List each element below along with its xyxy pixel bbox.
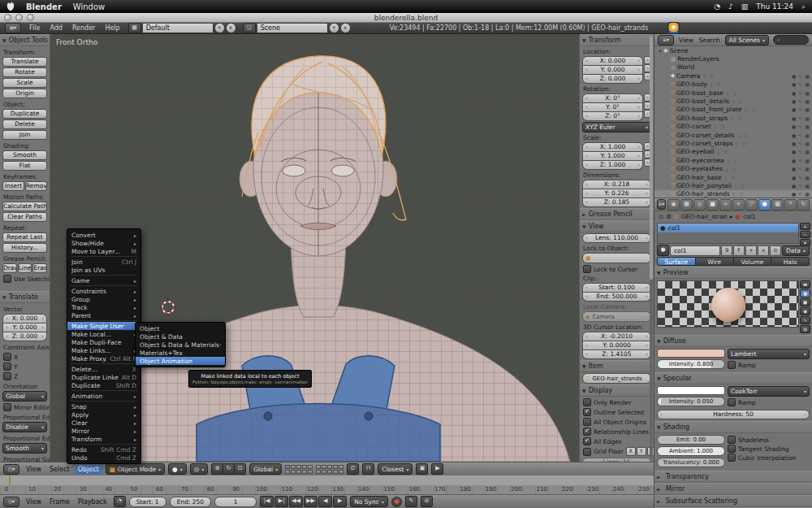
grid-axis-x[interactable]: X bbox=[626, 447, 636, 456]
timeline-menu-frame[interactable]: Frame bbox=[46, 497, 73, 506]
selectable-icon[interactable]: ↖ bbox=[798, 141, 802, 146]
manipulator-scale-icon[interactable]: ⊡ bbox=[235, 463, 246, 475]
mac-window-menu[interactable]: Window bbox=[73, 2, 105, 11]
properties-tab-particles[interactable]: * bbox=[784, 199, 797, 211]
location-field[interactable]: X: 0.000 bbox=[582, 56, 643, 66]
row-restrict-toggles[interactable]: ●↖▦ bbox=[792, 90, 810, 96]
menu-item-make-links-[interactable]: Make Links...▸ bbox=[67, 346, 140, 354]
expander-icon[interactable]: · bbox=[664, 115, 671, 121]
constraint-axis-x[interactable]: X bbox=[3, 353, 46, 361]
scene-selector[interactable]: ◲ Scene + x bbox=[243, 23, 351, 33]
row-restrict-toggles[interactable]: ●↖▦ bbox=[792, 158, 810, 163]
menu-add[interactable]: Add bbox=[48, 24, 64, 32]
specular-color-swatch[interactable] bbox=[657, 386, 725, 395]
clock-icon[interactable]: ◔ bbox=[714, 2, 720, 11]
expander-icon[interactable]: · bbox=[664, 98, 671, 104]
diffuse-shader-dropdown[interactable]: Lambert▾ bbox=[728, 349, 810, 359]
use-sketching-checkbox[interactable]: Use Sketching S bbox=[3, 275, 46, 283]
location-field[interactable]: Z: 0.000 bbox=[582, 75, 643, 84]
properties-tab-render[interactable]: ◉ bbox=[667, 199, 680, 211]
new-material-button[interactable]: + bbox=[745, 245, 757, 256]
scene-add-button[interactable]: + bbox=[329, 23, 339, 33]
expander-icon[interactable]: · bbox=[664, 166, 671, 172]
visibility-eye-icon[interactable]: ● bbox=[792, 115, 796, 121]
translate-panel-header[interactable]: ▼Translate bbox=[0, 291, 50, 303]
play-reverse-button[interactable]: ◀ bbox=[318, 496, 332, 507]
selectable-icon[interactable]: ↖ bbox=[798, 73, 802, 79]
panel-header-mirror[interactable]: ►Mirror bbox=[654, 483, 812, 495]
shading-slider[interactable]: Ambient: 1.000 bbox=[657, 446, 725, 456]
layer-toggle[interactable] bbox=[316, 465, 321, 469]
shading-cubic-interpolation[interactable]: Cubic Interpolation bbox=[728, 454, 810, 462]
properties-tab-modifiers[interactable]: + bbox=[732, 199, 745, 211]
transform-panel-header[interactable]: ▼Transform bbox=[580, 34, 654, 46]
preview-hair-button[interactable]: ∿ bbox=[800, 316, 810, 324]
menu-item-animation[interactable]: Animation▸ bbox=[67, 392, 140, 400]
display-outline-selected[interactable]: ✓Outline Selected bbox=[583, 408, 650, 416]
renderable-icon[interactable]: ▦ bbox=[805, 90, 810, 96]
users-count-button[interactable]: 9 bbox=[721, 245, 732, 256]
renderable-icon[interactable]: ▦ bbox=[805, 149, 810, 154]
outliner-row-geo-corset-details[interactable]: ·▽GEO-corset_details| ▽●↖▦ bbox=[654, 131, 812, 139]
menu-item-convert[interactable]: Convert▸ bbox=[67, 231, 140, 239]
object-tools-panel-header[interactable]: ▼ Object Tools bbox=[0, 34, 50, 46]
outliner-row-geo-corset-straps[interactable]: ·▽GEO-corset_straps| ▽●↖▦ bbox=[654, 139, 812, 147]
menu-item-apply[interactable]: Apply▸ bbox=[67, 410, 140, 419]
snap-element-dropdown[interactable]: Closest▾ bbox=[378, 463, 412, 475]
menu-item-track[interactable]: Track▸ bbox=[67, 303, 140, 311]
tool-button-scale[interactable]: Scale bbox=[2, 78, 47, 88]
renderable-icon[interactable]: ▦ bbox=[805, 132, 810, 138]
material-type-volume[interactable]: Volume bbox=[734, 257, 772, 266]
preview-panel-header[interactable]: ▼Preview bbox=[654, 267, 812, 279]
timeline-menu-playback[interactable]: Playback bbox=[75, 497, 110, 506]
menu-item-undo[interactable]: UndoCmd Z bbox=[67, 454, 140, 462]
specular-ramp-checkbox[interactable]: Ramp bbox=[728, 398, 810, 406]
mirror-editing-checkbox[interactable]: Mirror Editing bbox=[3, 403, 46, 411]
layer-toggle[interactable] bbox=[322, 465, 326, 469]
menu-item-make-local-[interactable]: Make Local...▸ bbox=[67, 330, 140, 338]
panel-header-subsurface-scattering[interactable]: ►Subsurface Scattering bbox=[654, 495, 812, 507]
display-all-edges[interactable]: ✓All Edges bbox=[583, 437, 650, 445]
tool-button-insert[interactable]: Insert bbox=[2, 181, 24, 191]
menu-item-move-to-layer-[interactable]: Move to Layer...M bbox=[67, 247, 140, 255]
mac-app-menu[interactable]: Blender bbox=[26, 2, 62, 11]
outliner-row-geo-eyelashes[interactable]: ·▽GEO-eyelashes| ▽●↖▦ bbox=[654, 164, 812, 172]
shading-shadeless[interactable]: Shadeless bbox=[728, 436, 810, 444]
cursor-field[interactable]: Y: 0.0000 bbox=[582, 341, 651, 350]
preview-flat-button[interactable]: ▬ bbox=[800, 280, 810, 289]
layer-toggle[interactable] bbox=[296, 465, 301, 469]
orientation-dropdown[interactable]: Global▾ bbox=[2, 391, 47, 402]
menu-item-duplicate-linked[interactable]: Duplicate LinkedAlt D bbox=[67, 373, 140, 381]
transform-orientation-dropdown[interactable]: Global▾ bbox=[249, 463, 282, 475]
manipulator-rotate-icon[interactable]: ↻ bbox=[223, 463, 235, 475]
tool-button-origin[interactable]: Origin bbox=[2, 89, 47, 98]
layer-buttons[interactable] bbox=[285, 465, 343, 474]
properties-tab-world[interactable]: ◎ bbox=[693, 199, 706, 211]
row-restrict-toggles[interactable]: ●↖▦ bbox=[792, 132, 810, 138]
expander-icon[interactable]: · bbox=[664, 90, 671, 96]
selectable-icon[interactable]: ↖ bbox=[798, 175, 802, 180]
menu-item-make-single-user[interactable]: Make Single User▸ bbox=[67, 322, 140, 330]
specular-panel-header[interactable]: ▼Specular bbox=[654, 372, 812, 384]
visibility-eye-icon[interactable]: ● bbox=[792, 141, 796, 146]
visibility-eye-icon[interactable]: ● bbox=[792, 73, 796, 79]
unlink-material-button[interactable]: x bbox=[758, 245, 769, 256]
layer-toggle[interactable] bbox=[285, 470, 290, 474]
layer-toggle[interactable] bbox=[302, 465, 307, 469]
timeline-menu-view[interactable]: View bbox=[23, 497, 45, 506]
outliner-row-geo-boot-details[interactable]: ·▽GEO-boot_details| ▽●↖▦ bbox=[654, 97, 812, 105]
proportional-falloff-dropdown[interactable]: Smooth▾ bbox=[2, 443, 47, 454]
scale-field[interactable]: Y: 1.000 bbox=[582, 152, 643, 161]
outliner-row-geo-boot-front-plate[interactable]: ·▽GEO-boot_front_plate| ▽●↖▦ bbox=[654, 106, 812, 114]
submenu-item-object[interactable]: Object bbox=[136, 324, 225, 332]
properties-tab-object[interactable]: ■ bbox=[706, 199, 719, 211]
pin-id-button[interactable]: ⊙ bbox=[770, 245, 781, 256]
visibility-eye-icon[interactable]: ● bbox=[792, 183, 796, 189]
viewport-menu-object[interactable]: Object bbox=[75, 465, 102, 474]
local-camera-field[interactable]: ◆Camera bbox=[582, 311, 651, 322]
tool-button-flat[interactable]: Flat bbox=[2, 161, 47, 171]
outliner-row-renderlayers[interactable]: ·▤RenderLayers bbox=[654, 54, 812, 63]
editor-type-icon[interactable]: ≡▾ bbox=[657, 199, 666, 210]
expander-icon[interactable]: · bbox=[664, 124, 671, 129]
menu-item-show-hide[interactable]: Show/Hide▸ bbox=[67, 239, 140, 247]
